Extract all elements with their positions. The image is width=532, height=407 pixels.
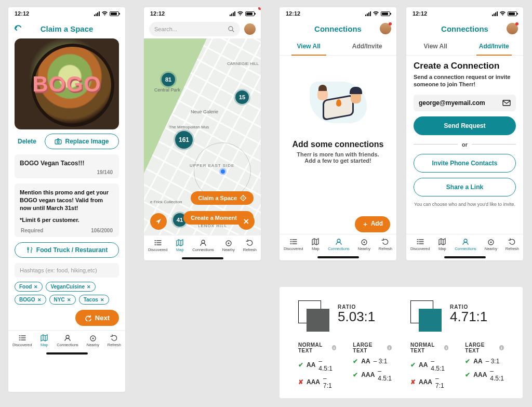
nav-map[interactable]: Map [438,238,446,251]
nav-map[interactable]: Map [176,239,184,252]
svg-point-7 [243,198,244,199]
locate-fab[interactable] [150,213,167,230]
empty-body: Therr is more fun with friends. Add a fe… [295,151,381,164]
swatch-fore [307,309,329,332]
list-icon [289,238,298,245]
replace-image-label: Replace Image [65,138,109,145]
check-icon: ✔ [465,371,470,378]
nav-map[interactable]: Map [311,238,320,251]
email-input[interactable]: george@myemail.com [414,95,516,111]
nav-discovered[interactable]: Discovered [410,238,430,251]
nav-refresh[interactable]: Refresh [243,239,257,252]
delete-button[interactable]: Delete [15,134,39,149]
nav-discovered[interactable]: Discovered [284,238,303,251]
title-input[interactable]: BOGO Vegan Tacos!!! 19/140 [15,154,119,178]
nav-nearby[interactable]: Nearby [358,238,370,251]
close-icon[interactable]: ✕ [100,297,104,303]
search-input[interactable]: Search... [149,22,240,36]
close-fab[interactable]: ✕ [238,213,255,230]
avatar[interactable] [380,23,391,34]
bottom-nav: Discovered Map Connections Nearby Refres… [8,330,125,351]
contrast-result: ✔AAA – 4.5:1 [465,367,504,382]
title-input-value: BOGO Vegan Tacos!!! [20,160,84,167]
hashtag-input[interactable]: Hashtags (ex: food, hiking,etc) [15,263,119,278]
svg-point-12 [337,239,340,242]
nav-refresh[interactable]: Refresh [506,238,519,251]
invite-contacts-button[interactable]: Invite Phone Contacts [414,154,516,173]
tag-chip[interactable]: VeganCuisine✕ [46,282,96,292]
swatch-pair [298,300,326,329]
nav-nearby[interactable]: Nearby [222,239,235,252]
list-icon [416,238,424,245]
list-icon [154,239,162,246]
map-cluster-pin[interactable]: 161 [175,131,193,149]
tag-chip[interactable]: NYC✕ [49,295,76,305]
info-icon[interactable]: i [444,345,448,350]
bottom-nav: Discovered Map Connections Nearby Refres… [406,234,523,255]
map-icon [40,334,48,342]
signal-icon [94,11,100,16]
back-icon[interactable] [14,25,23,32]
claim-space-button[interactable]: Claim a Space [191,191,254,205]
camera-icon [55,138,62,145]
close-icon[interactable]: ✕ [34,284,38,290]
page-header: Claim a Space [8,20,125,37]
people-icon [199,239,207,246]
people-icon [335,238,343,245]
redo-icon [85,315,92,321]
nav-nearby[interactable]: Nearby [87,334,99,347]
radar-icon [224,239,233,246]
tab-add-invite[interactable]: Add/Invite [338,37,397,55]
map-cluster-pin[interactable]: 81 [162,73,175,86]
create-connection-body: Send a connection request or invite some… [414,73,516,88]
add-button[interactable]: ＋ Add [355,216,390,232]
info-icon[interactable]: i [499,345,504,350]
close-icon[interactable]: ✕ [67,297,71,303]
check-icon: ✔ [353,358,358,365]
info-icon[interactable]: i [387,345,392,350]
contrast-result: ✔AAA – 4.5:1 [353,367,392,382]
close-icon[interactable]: ✕ [87,284,91,290]
contrast-result: ✔AA – 4.5:1 [410,358,448,372]
status-time: 12:12 [15,10,29,17]
svg-point-18 [490,242,491,243]
tab-view-all[interactable]: View All [280,37,338,55]
nav-nearby[interactable]: Nearby [485,238,497,251]
nav-discovered[interactable]: Discovered [148,239,168,252]
map-icon [176,239,184,246]
check-icon: ✔ [465,358,470,365]
swatch-fore [419,309,442,332]
nav-connections[interactable]: Connections [57,334,78,347]
nav-map[interactable]: Map [40,334,48,347]
tab-add-invite[interactable]: Add/Invite [465,37,524,55]
contrast-right: RATIO 4.71:1 NORMAL TEXTi ✔AA – 4.5:1 ✘A… [401,300,513,385]
svg-rect-0 [55,140,61,144]
close-icon[interactable]: ✕ [37,297,42,303]
info-icon[interactable]: i [332,345,336,350]
nav-refresh[interactable]: Refresh [379,238,392,251]
nav-connections[interactable]: Connections [192,239,214,252]
nav-connections[interactable]: Connections [455,238,476,251]
nav-refresh[interactable]: Refresh [108,334,121,347]
map-view[interactable]: Central Park Neue Galerie The Metropolit… [144,38,261,235]
avatar[interactable] [507,23,518,34]
tag-chip[interactable]: Food✕ [15,282,43,292]
description-input[interactable]: Mention this promo and get your BOGO veg… [15,183,119,237]
description-line-1: Mention this promo and get your BOGO veg… [20,189,114,212]
mail-icon [502,100,511,106]
refresh-icon [508,238,516,245]
status-icons [94,11,119,16]
tag-chip[interactable]: BOGO✕ [15,295,46,305]
map-cluster-pin[interactable]: 15 [235,90,249,104]
replace-image-button[interactable]: Replace Image [45,134,119,149]
svg-point-1 [57,141,59,143]
tab-view-all[interactable]: View All [406,37,465,55]
nav-discovered[interactable]: Discovered [12,334,32,347]
next-button[interactable]: Next [75,310,119,326]
avatar[interactable] [244,23,256,35]
tag-chip[interactable]: Tacos✕ [79,295,109,305]
share-link-button[interactable]: Share a Link [414,178,516,196]
nav-connections[interactable]: Connections [328,238,350,251]
send-request-button[interactable]: Send Request [414,116,516,135]
category-button[interactable]: Food Truck / Restaurant [15,242,119,258]
